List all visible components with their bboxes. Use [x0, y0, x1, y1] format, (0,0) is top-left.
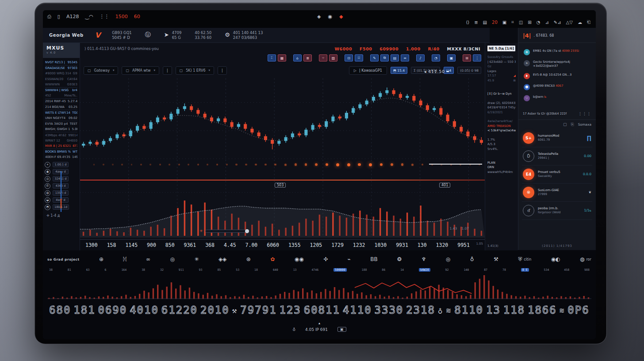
info-header-chip[interactable]: NE 5.Dд [1/6] [487, 46, 515, 51]
filter-chip[interactable]: (0.05) 0 98 [457, 67, 481, 74]
asterisk-icon[interactable]: ✳ [194, 256, 199, 262]
header-stat-icon[interactable]: ➤ [164, 31, 169, 38]
rune-icon[interactable]: ᛞ [123, 256, 126, 262]
header-stat-icon[interactable]: ⚙ [225, 31, 230, 38]
holding-row[interactable]: ®SusLom-GIAE27999❦ [522, 184, 592, 202]
watchlist-row[interactable]: WETS E LTWY.14TG05 [45, 110, 77, 115]
spark-icon[interactable]: ✣ [323, 256, 328, 262]
tool-icon[interactable]: ◒ [45, 197, 50, 203]
filter-chip[interactable]: ⬒ 15.4 [391, 67, 407, 74]
earth-icon[interactable]: ♁ [470, 256, 474, 262]
tool-icon[interactable]: ✆ [45, 183, 50, 189]
chart-tool-button[interactable]: ≡ [401, 54, 409, 61]
watchlist-row[interactable]: ESSWAN/20CAY.64 [45, 77, 77, 82]
time-axis[interactable]: 1300158114590085093613684.457.0060601355… [80, 239, 485, 250]
filter-chip[interactable]: ⬓4 [444, 67, 454, 74]
double-dot-icon[interactable]: ◉◉ [295, 256, 304, 262]
chart-tool-button[interactable]: ⌸ [355, 54, 363, 61]
chart-tool-button[interactable]: ▨ [329, 54, 337, 61]
scrubber-thumb[interactable] [245, 229, 249, 233]
chart-tool-button[interactable]: ⧉ [380, 54, 389, 61]
shield-icon[interactable]: ⛨citin [518, 256, 531, 262]
timeline-scrubber[interactable]: ✳ [199, 229, 248, 233]
status-right-icon[interactable]: ⟨⟩ [466, 20, 469, 25]
info-line-icon[interactable]: ⊞ [513, 78, 516, 83]
card-icon[interactable]: ▢ [563, 122, 567, 127]
trident-icon[interactable]: ♆ [422, 256, 426, 262]
notification-item[interactable]: ❥EV5-8 A@ 10.6254 GN...3 [524, 73, 592, 79]
chart-tool-button[interactable]: ⊡ [345, 54, 353, 61]
status-right-icon[interactable]: ⊿ [545, 20, 548, 25]
flame-icon[interactable]: ✿ [270, 256, 275, 262]
globe-icon[interactable]: ♁ [292, 327, 295, 332]
watchlist-row[interactable]: 2014 RWF-455.27.4 [45, 98, 77, 104]
alert-diamond-icon[interactable]: ◆ [339, 14, 343, 19]
status-right-icon[interactable]: ▤ [483, 20, 487, 25]
chart-tool-button[interactable]: ≣ [303, 54, 312, 61]
flower-icon[interactable]: ⊛ [246, 256, 251, 262]
tick-chip[interactable]: bAW28 [419, 268, 430, 272]
notification-item[interactable]: ☻@4099 ENC63 4067 [524, 84, 592, 90]
phone-icon[interactable]: ▯ [58, 14, 60, 19]
watchlist-row[interactable]: EVYA 3W20 p4TESTD [45, 121, 77, 127]
holding-row[interactable]: ďpeoba (rm.b.forgeteer (Wold1/1ь [522, 202, 592, 220]
watchlist-row[interactable]: SWWW4 | WSGbr4 [45, 87, 77, 93]
holding-row[interactable]: S+humanosMod6061.79∏ [522, 129, 592, 147]
status-right-icon[interactable]: ≣ [474, 20, 478, 25]
globe-icon[interactable]: ♁ [438, 306, 444, 315]
infinity-icon[interactable]: ∞ [146, 256, 150, 262]
settings-badge-icon[interactable]: ◉ [328, 14, 332, 19]
watchlist-row[interactable]: 452Mew/Ts.. [45, 93, 77, 98]
status-right-icon[interactable]: ⊞ [528, 20, 531, 25]
somaxa-label[interactable]: Somaxa [578, 123, 591, 127]
signal-icon[interactable]: ⌁ [348, 256, 351, 262]
watchlist-row[interactable]: WRW7 12GHEE0 [45, 138, 77, 143]
info-line-icon[interactable]: ◢ [514, 73, 516, 78]
watchlist-row[interactable]: BWGH; GWGH 15.005 [45, 127, 77, 132]
status-right-icon[interactable]: ✎⊿ [554, 20, 561, 25]
sidebar-tool[interactable]: ⌖1.00.1 d [45, 161, 78, 168]
chart-dropdown[interactable]: ▢Gateway▾ [84, 66, 118, 75]
scrubber-track[interactable] [205, 230, 248, 233]
stack-icon[interactable]: ≋ [560, 306, 565, 315]
hammer-icon[interactable]: ⚒ [494, 256, 498, 262]
sun-icon[interactable]: ❂ [397, 256, 402, 262]
globe-icon[interactable]: ⊕ [99, 256, 104, 262]
chart-canvas[interactable] [80, 78, 485, 179]
tick-chip[interactable]: 8 E [521, 268, 529, 272]
indicator-panel[interactable]: ✳ 1.431.07 503401 [80, 181, 485, 238]
tool-icon[interactable]: ◎ [45, 176, 50, 182]
chart-tool-button[interactable]: ⊞ [463, 54, 471, 61]
menu-icon[interactable]: ⋮⋮ [100, 14, 109, 19]
watchlist-row[interactable]: #8000 WRQ.314G93E3 [45, 71, 77, 76]
notification-item[interactable]: ⊕EMB1 4s GN (7a st 4099 233Si [524, 49, 592, 55]
status-right-icon[interactable]: ☁ [578, 20, 582, 25]
phase-icon[interactable]: ◉◐ [551, 256, 560, 262]
sidebar-scrollbar[interactable] [61, 171, 61, 212]
watchlist-row[interactable]: NVGT RZ13 |95345 [45, 60, 77, 65]
watchlist-row[interactable]: GRADASE/SE97303 [45, 65, 77, 71]
tool-icon[interactable]: ◍ [45, 190, 50, 196]
chart-tool-button[interactable]: ⋮ [473, 54, 481, 61]
status-right-icon[interactable]: ⌗ [511, 19, 514, 25]
overview-chart[interactable] [47, 273, 591, 299]
chart-tool-button[interactable]: ◔ [432, 54, 440, 61]
footer-box-icon[interactable]: ▣ [337, 327, 346, 332]
chart-tool-button[interactable]: ▦ [278, 54, 286, 61]
chart-tool-button[interactable]: ▤ [391, 54, 399, 61]
status-right-icon[interactable]: ⎗ [587, 19, 590, 25]
status-right-icon[interactable]: ◔ [537, 20, 540, 25]
watchlist-row[interactable]: MXR 8 | 25 63216T140 [45, 143, 77, 149]
chart-dropdown[interactable]: ▢АРМА wtw▾ [122, 66, 159, 75]
watchlist-row[interactable]: UNH NGEYT409.02 [45, 115, 77, 121]
orb-icon[interactable]: ◍ror [580, 256, 591, 262]
grid-icon[interactable]: ⋮⋮⋮ [578, 111, 591, 116]
chart-tool-button[interactable]: ♪ [416, 54, 425, 61]
chart-tool-button[interactable]: ⌂ [293, 54, 302, 61]
stack-icon[interactable]: ≋ [446, 306, 452, 315]
chart-tool-button[interactable]: ⌶ [268, 54, 276, 61]
holding-row[interactable]: ĎTeleastaPella29941 |0.00 [522, 147, 592, 165]
chart-dropdown[interactable]: | [163, 66, 172, 75]
chart-dropdown[interactable]: | [218, 66, 227, 75]
chart-tool-button[interactable]: ⁘ [319, 54, 327, 61]
